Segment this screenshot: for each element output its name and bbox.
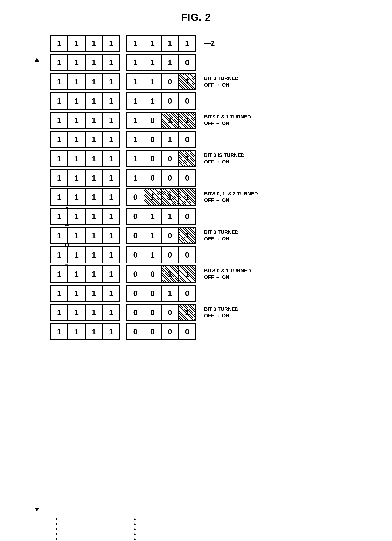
bit-row: 11111110: [50, 54, 258, 71]
bit-cell: 1: [161, 266, 178, 282]
bit-cell: 0: [127, 324, 144, 340]
right-bit-group: 1011: [126, 112, 196, 129]
bit-cell: 1: [102, 304, 120, 321]
bit-cell: 1: [51, 285, 68, 301]
bit-cell: 1: [85, 54, 102, 71]
bit-cell: 1: [85, 93, 102, 109]
dot-icon: [134, 539, 136, 540]
bit-cell: 0: [144, 170, 161, 186]
bit-cell: 1: [68, 266, 85, 282]
bit-cell: 1: [102, 93, 120, 109]
bit-cell: 1: [68, 189, 85, 205]
bit-row: 11110000: [50, 323, 258, 340]
dot-icon: [56, 519, 57, 520]
bit-cell: 1: [68, 54, 85, 71]
bit-cell: 1: [51, 74, 68, 90]
annotation-text: BIT 0 TURNEDOFF → ON: [204, 229, 239, 242]
bit-cell: 1: [127, 131, 144, 147]
bit-cell: 1: [85, 74, 102, 90]
bit-cell: 0: [144, 112, 161, 128]
right-bit-group: 1100: [126, 92, 196, 110]
bit-cell: 1: [68, 324, 85, 340]
bit-cell: 1: [178, 74, 196, 90]
bit-cell: 0: [144, 266, 161, 282]
annotation-text: BIT 0 TURNEDOFF → ON: [204, 75, 239, 88]
bit-cell: 1: [85, 324, 102, 340]
bit-cell: 0: [178, 54, 196, 71]
bit-row: 11111010: [50, 131, 258, 148]
bit-cell: 1: [161, 131, 178, 147]
bit-cell: 1: [161, 35, 178, 51]
bit-row: 11111001BIT 0 IS TURNEDOFF → ON: [50, 150, 258, 167]
bit-cell: 1: [68, 247, 85, 263]
right-bit-group: 1010: [126, 131, 196, 148]
bit-cell: 0: [127, 304, 144, 321]
dashed-column: [56, 517, 57, 541]
left-bit-group: 1111: [50, 131, 120, 148]
bit-cell: 0: [144, 151, 161, 167]
bit-cell: 1: [51, 93, 68, 109]
bit-cell: 0: [161, 228, 178, 244]
bit-cell: 0: [144, 285, 161, 301]
bit-cell: 1: [127, 151, 144, 167]
left-bit-group: 1111: [50, 208, 120, 225]
bit-cell: 0: [178, 247, 196, 263]
bit-cell: 1: [85, 189, 102, 205]
dot-icon: [134, 524, 136, 525]
bit-row: 11111100: [50, 92, 258, 110]
right-bit-group: 1111: [126, 35, 196, 52]
bit-cell: 0: [161, 247, 178, 263]
bit-cell: 1: [85, 151, 102, 167]
left-bit-group: 1111: [50, 35, 120, 52]
bit-cell: 1: [178, 112, 196, 128]
page-title: FIG. 2: [0, 0, 392, 23]
annotation-text: BITS 0, 1, & 2 TURNEDOFF → ON: [204, 191, 258, 204]
right-bit-group: 0101: [126, 227, 196, 244]
bit-cell: 1: [51, 112, 68, 128]
bit-cell: 0: [127, 247, 144, 263]
rows-area: 11111111—21111111011111101BIT 0 TURNEDOF…: [50, 35, 258, 342]
bit-cell: 1: [102, 54, 120, 71]
bit-cell: 1: [85, 208, 102, 224]
counting-label: [36, 58, 38, 512]
bit-cell: 1: [178, 35, 196, 51]
bit-cell: 1: [51, 131, 68, 147]
bit-cell: 1: [127, 35, 144, 51]
bit-cell: 0: [178, 93, 196, 109]
right-bit-group: 0100: [126, 246, 196, 264]
bit-cell: 1: [102, 189, 120, 205]
bit-cell: 1: [178, 189, 196, 205]
bit-cell: 1: [127, 170, 144, 186]
left-bit-group: 1111: [50, 73, 120, 90]
left-bit-group: 1111: [50, 112, 120, 129]
bit-row: 11110011BITS 0 & 1 TURNEDOFF → ON: [50, 265, 258, 283]
bit-row: 11110111BITS 0, 1, & 2 TURNEDOFF → ON: [50, 188, 258, 206]
bit-cell: 1: [102, 324, 120, 340]
left-bit-group: 1111: [50, 285, 120, 302]
bit-cell: 1: [144, 247, 161, 263]
dot-icon: [134, 519, 136, 520]
left-bit-group: 1111: [50, 323, 120, 340]
bit-row: 11110101BIT 0 TURNEDOFF → ON: [50, 227, 258, 244]
bit-cell: 1: [68, 93, 85, 109]
bit-row: 11110001BIT 0 TURNEDOFF → ON: [50, 304, 258, 321]
bit-cell: 1: [161, 112, 178, 128]
bit-cell: 1: [102, 285, 120, 301]
annotation-text: BIT 0 IS TURNEDOFF → ON: [204, 152, 245, 165]
bit-cell: 1: [85, 285, 102, 301]
annotation-text: BITS 0 & 1 TURNEDOFF → ON: [204, 268, 251, 281]
bit-cell: 1: [51, 35, 68, 51]
ref-number: —2: [204, 39, 215, 47]
right-bit-group: 0010: [126, 285, 196, 302]
right-bit-group: 0001: [126, 304, 196, 321]
bit-cell: 1: [51, 54, 68, 71]
bit-cell: 1: [51, 324, 68, 340]
bit-cell: 1: [102, 35, 120, 51]
right-bit-group: 1000: [126, 169, 196, 187]
bit-cell: 0: [161, 93, 178, 109]
arrow-bottom-icon: [35, 508, 39, 512]
dot-icon: [134, 529, 136, 530]
bit-cell: 0: [178, 285, 196, 301]
bit-cell: 0: [144, 131, 161, 147]
bit-row: 11110110: [50, 208, 258, 225]
